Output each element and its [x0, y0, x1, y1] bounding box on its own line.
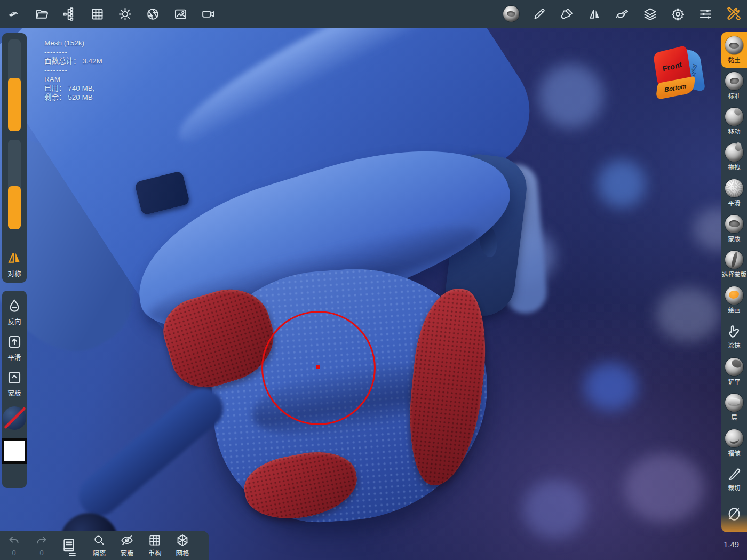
remesh-grid-icon — [148, 533, 162, 547]
drag-sphere-icon — [725, 143, 743, 162]
isolate-magnifier-icon — [92, 533, 106, 547]
files-folder-icon[interactable] — [28, 0, 55, 28]
tool-smooth[interactable]: 平滑 — [721, 175, 747, 211]
stroke-pen-icon[interactable] — [525, 0, 553, 28]
smudge-finger-icon — [726, 323, 743, 340]
layer-sphere-icon — [725, 394, 743, 412]
tool-select-mask[interactable]: 选择蒙版 — [721, 246, 747, 282]
redo-button[interactable]: 0 — [28, 534, 55, 557]
symmetry-triangle-icon — [6, 249, 23, 266]
symmetry-mirror-icon[interactable] — [581, 0, 608, 28]
camera-icon[interactable] — [194, 0, 222, 28]
stats-faces: 面数总计： 3.42M — [44, 57, 102, 66]
tool-drag[interactable]: 拖拽 — [721, 139, 747, 175]
orientation-cube[interactable]: Right Front Bottom — [654, 45, 703, 99]
mask-visibility-button[interactable]: 蒙版 — [113, 533, 141, 558]
tool-standard[interactable]: 标准 — [721, 68, 747, 103]
material-sphere-icon[interactable] — [497, 0, 525, 28]
remesh-button[interactable]: 重构 — [141, 533, 169, 558]
crease-sphere-icon — [725, 429, 743, 447]
scene-graph-icon[interactable] — [55, 0, 83, 28]
mask-label: 蒙版 — [7, 388, 21, 398]
topbar — [0, 0, 747, 28]
flatten-sphere-icon — [725, 358, 743, 376]
mask-modifier-button[interactable]: 蒙版 — [6, 370, 22, 398]
tool-clay[interactable]: 黏土 — [721, 32, 747, 68]
invert-toggle[interactable]: 反向 — [6, 298, 22, 326]
app-logo[interactable] — [0, 0, 28, 28]
topbar-right-group — [497, 0, 747, 28]
stats-mesh: Mesh (152k) — [44, 38, 102, 47]
wireframe-hex-icon — [176, 533, 189, 547]
viewport-canvas[interactable] — [0, 0, 747, 560]
symmetry-label: 对称 — [7, 268, 21, 278]
layers-icon[interactable] — [636, 0, 664, 28]
tool-mask[interactable]: 蒙版 — [721, 211, 747, 246]
settings-gear-icon[interactable] — [664, 0, 692, 28]
smooth-modifier-button[interactable]: 平滑 — [6, 334, 22, 362]
remesh-label: 重构 — [148, 548, 161, 558]
history-book-icon — [60, 537, 81, 558]
tools-wrench-icon[interactable] — [719, 0, 747, 28]
brush-cursor-dot — [316, 365, 320, 369]
painting-brush-icon[interactable] — [553, 0, 581, 28]
stats-ram-title: RAM — [44, 75, 102, 84]
bokeh-spot — [598, 160, 646, 208]
matcap-disabled-toggle[interactable] — [3, 406, 26, 430]
lasso-trim-icon — [726, 506, 742, 522]
color-swatch[interactable] — [2, 438, 27, 464]
smooth-label: 平滑 — [7, 352, 21, 362]
tool-lasso-trim[interactable] — [721, 497, 747, 532]
lighting-sun-icon[interactable] — [111, 0, 139, 28]
trim-knife-icon — [726, 466, 742, 482]
mask-square-caret-icon — [6, 370, 22, 386]
tool-smudge[interactable]: 涂抹 — [721, 318, 747, 354]
tool-flatten[interactable]: 铲平 — [721, 354, 747, 389]
bokeh-spot — [523, 480, 587, 539]
topology-grid-icon[interactable] — [83, 0, 111, 28]
smooth-sphere-icon — [725, 179, 743, 197]
undo-count: 0 — [12, 549, 15, 557]
history-list-button[interactable] — [55, 537, 85, 558]
camera-zoom-value: 1.49 — [724, 540, 739, 549]
background-image-icon[interactable] — [166, 0, 194, 28]
clay-sphere-icon — [725, 36, 743, 54]
bokeh-spot — [584, 363, 638, 411]
model-blurred-stick — [70, 380, 232, 524]
interface-sliders-icon[interactable] — [692, 0, 719, 28]
move-sphere-icon — [725, 108, 743, 126]
bokeh-spot — [539, 64, 603, 128]
brush-strength-fill — [8, 186, 21, 229]
undo-button[interactable]: 0 — [0, 534, 28, 557]
mask-label: 蒙版 — [120, 548, 133, 558]
invert-droplet-icon — [6, 298, 22, 314]
mask-eye-slash-icon — [120, 533, 134, 547]
stats-ram-free: 剩余： 520 MB — [44, 93, 102, 102]
redo-count: 0 — [39, 549, 43, 557]
stylus-pressure-icon[interactable] — [608, 0, 636, 28]
mask-sphere-icon — [725, 215, 743, 233]
right-tool-panel: 黏土 标准 移动 拖拽 平滑 蒙版 选择蒙版 绘画 — [721, 32, 747, 532]
tool-move[interactable]: 移动 — [721, 103, 747, 139]
undo-icon — [7, 534, 21, 548]
brush-strength-slider[interactable] — [8, 140, 21, 229]
wireframe-button[interactable]: 网格 — [169, 533, 196, 558]
bottom-toolbar: 0 0 隔离 蒙版 — [0, 531, 209, 560]
bokeh-spot — [624, 453, 704, 523]
isolate-label: 隔离 — [92, 548, 106, 558]
paint-sphere-icon — [725, 286, 743, 305]
bokeh-spot — [656, 288, 720, 341]
isolate-button[interactable]: 隔离 — [85, 533, 113, 558]
topbar-left-group — [0, 0, 222, 28]
redo-icon — [35, 534, 49, 548]
tool-paint[interactable]: 绘画 — [721, 282, 747, 318]
stats-separator: -------- — [44, 47, 102, 57]
brush-radius-slider[interactable] — [8, 39, 21, 131]
postprocess-aperture-icon[interactable] — [139, 0, 166, 28]
symmetry-toggle[interactable]: 对称 — [2, 249, 27, 278]
tool-crease[interactable]: 褶皱 — [721, 425, 747, 461]
tool-trim[interactable]: 裁切 — [721, 461, 747, 497]
smooth-square-arrow-icon — [6, 334, 22, 350]
mesh-stats-overlay: Mesh (152k) -------- 面数总计： 3.42M -------… — [44, 38, 102, 102]
tool-layer[interactable]: 层 — [721, 389, 747, 425]
